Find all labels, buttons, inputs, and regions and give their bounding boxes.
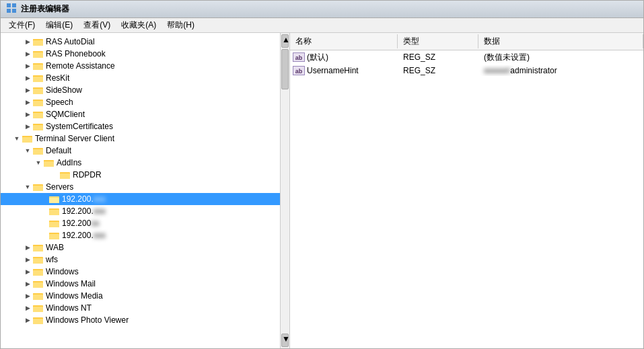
tree-item-windows[interactable]: ▶ Windows bbox=[1, 266, 289, 278]
svg-rect-9 bbox=[33, 52, 43, 58]
expander-icon[interactable]: ▶ bbox=[22, 278, 33, 289]
detail-pane: 名称 类型 数据 ab (默认) REG_SZ (数值未设置) ab Usern… bbox=[290, 33, 643, 348]
tree-item-ras-phonebook[interactable]: ▶ RAS Phonebook bbox=[1, 48, 289, 60]
svg-rect-70 bbox=[33, 295, 43, 300]
scrollbar-up-arrow[interactable]: ▲ bbox=[281, 34, 289, 48]
expander-icon-empty bbox=[38, 194, 49, 204]
tree-item-windows-photo-viewer[interactable]: ▶ Windows Photo Viewer bbox=[1, 314, 289, 326]
tree-item-terminal-server-client[interactable]: ▼ Terminal Server Client bbox=[1, 132, 289, 145]
expander-icon[interactable]: ▼ bbox=[22, 145, 33, 156]
folder-icon bbox=[33, 315, 44, 325]
svg-rect-43 bbox=[33, 186, 43, 191]
detail-row-default[interactable]: ab (默认) REG_SZ (数值未设置) bbox=[290, 50, 643, 64]
svg-rect-15 bbox=[33, 77, 43, 82]
menu-favorites[interactable]: 收藏夹(A) bbox=[116, 18, 162, 32]
tree-item-ip4[interactable]: 192.200.xxx bbox=[1, 229, 289, 241]
detail-name-cell: ab UsernameHint bbox=[290, 65, 398, 76]
svg-rect-6 bbox=[33, 40, 43, 46]
tree-item-speech[interactable]: ▶ Speech bbox=[1, 96, 289, 108]
menu-bar: 文件(F) 编辑(E) 查看(V) 收藏夹(A) 帮助(H) bbox=[1, 18, 643, 33]
tree-item-wfs[interactable]: ▶ wfs bbox=[1, 254, 289, 266]
tree-item-systemcertificates[interactable]: ▶ SystemCertificates bbox=[1, 120, 289, 132]
folder-icon bbox=[33, 182, 44, 192]
tree-label: RDPDR bbox=[73, 170, 102, 180]
expander-icon[interactable]: ▶ bbox=[22, 121, 33, 132]
folder-icon bbox=[33, 61, 44, 71]
tree-item-ip2[interactable]: 192.200.xxx bbox=[1, 205, 289, 217]
expander-icon[interactable]: ▶ bbox=[22, 266, 33, 277]
tree-item-default[interactable]: ▼ Default bbox=[1, 145, 289, 157]
tree-label: 192.200xx bbox=[62, 219, 99, 228]
svg-rect-48 bbox=[49, 208, 53, 210]
svg-rect-18 bbox=[33, 89, 43, 94]
expander-icon[interactable]: ▼ bbox=[22, 182, 33, 192]
expander-icon[interactable]: ▶ bbox=[22, 242, 33, 253]
tree-item-ip3[interactable]: 192.200xx bbox=[1, 217, 289, 229]
svg-rect-37 bbox=[44, 161, 54, 167]
svg-rect-8 bbox=[33, 51, 37, 52]
tree-item-windows-nt[interactable]: ▶ Windows NT bbox=[1, 302, 289, 314]
expander-icon[interactable]: ▼ bbox=[11, 133, 22, 144]
svg-rect-66 bbox=[33, 281, 37, 282]
menu-edit[interactable]: 编辑(E) bbox=[40, 18, 78, 32]
window-icon bbox=[6, 3, 17, 15]
menu-file[interactable]: 文件(F) bbox=[3, 18, 40, 32]
folder-icon bbox=[33, 37, 44, 46]
folder-icon bbox=[33, 122, 44, 131]
scrollbar-down-arrow[interactable]: ▼ bbox=[281, 334, 289, 347]
expander-icon-empty bbox=[38, 218, 49, 229]
menu-help[interactable]: 帮助(H) bbox=[162, 18, 200, 32]
folder-icon bbox=[33, 255, 44, 264]
expander-icon[interactable]: ▶ bbox=[22, 254, 33, 265]
expander-icon[interactable]: ▶ bbox=[22, 303, 33, 313]
tree-item-ip1[interactable]: 192.200.xxx bbox=[1, 193, 289, 205]
expander-icon[interactable]: ▶ bbox=[22, 97, 33, 108]
tree-label: 192.200.xxx bbox=[62, 194, 106, 204]
expander-icon[interactable]: ▶ bbox=[22, 290, 33, 301]
blurred-data: xxxxxx\ bbox=[484, 66, 510, 75]
svg-rect-17 bbox=[33, 87, 37, 89]
svg-rect-73 bbox=[33, 307, 43, 312]
expander-icon[interactable]: ▼ bbox=[33, 157, 44, 168]
svg-rect-58 bbox=[33, 246, 43, 251]
tree-item-reskit[interactable]: ▶ ResKit bbox=[1, 72, 289, 84]
expander-icon[interactable]: ▶ bbox=[22, 85, 33, 95]
col-header-data[interactable]: 数据 bbox=[478, 34, 643, 48]
tree-item-windows-media[interactable]: ▶ Windows Media bbox=[1, 290, 289, 302]
tree-item-windows-mail[interactable]: ▶ Windows Mail bbox=[1, 278, 289, 290]
svg-rect-31 bbox=[23, 138, 32, 143]
tree-item-ras-autodial[interactable]: ▶ RAS AutoDial bbox=[1, 36, 289, 48]
expander-icon[interactable]: ▶ bbox=[22, 109, 33, 120]
folder-icon bbox=[49, 231, 60, 240]
tree-label: Windows NT bbox=[46, 303, 92, 313]
col-header-type[interactable]: 类型 bbox=[398, 34, 478, 48]
svg-rect-61 bbox=[33, 258, 43, 264]
folder-open-icon bbox=[22, 134, 33, 143]
tree-label: WAB bbox=[46, 243, 64, 252]
menu-view[interactable]: 查看(V) bbox=[78, 18, 116, 32]
tree-item-sqmclient[interactable]: ▶ SQMClient bbox=[1, 108, 289, 120]
detail-type-cell: REG_SZ bbox=[398, 52, 478, 63]
detail-data-cell: xxxxxx\administrator bbox=[478, 65, 643, 76]
svg-rect-67 bbox=[33, 282, 43, 288]
tree-item-addins[interactable]: ▼ AddIns bbox=[1, 157, 289, 169]
scrollbar-thumb[interactable] bbox=[281, 49, 289, 89]
expander-icon[interactable]: ▶ bbox=[22, 61, 33, 71]
expander-icon[interactable]: ▶ bbox=[22, 315, 33, 325]
tree-item-servers[interactable]: ▼ Servers bbox=[1, 181, 289, 193]
expander-icon[interactable]: ▶ bbox=[22, 48, 33, 59]
tree-item-wab[interactable]: ▶ WAB bbox=[1, 241, 289, 254]
tree-pane[interactable]: ▶ RAS AutoDial ▶ RAS Phonebook bbox=[1, 33, 290, 348]
tree-item-remote-assistance[interactable]: ▶ Remote Assistance bbox=[1, 60, 289, 72]
tree-label: 192.200.xxx bbox=[62, 206, 106, 216]
expander-icon[interactable]: ▶ bbox=[22, 36, 33, 47]
reg-name: UsernameHint bbox=[307, 66, 359, 75]
title-bar: 注册表编辑器 bbox=[1, 1, 643, 18]
detail-row-usernamehint[interactable]: ab UsernameHint REG_SZ xxxxxx\administra… bbox=[290, 64, 643, 77]
tree-scrollbar[interactable]: ▲ ▼ bbox=[280, 33, 289, 348]
col-header-name[interactable]: 名称 bbox=[290, 34, 398, 48]
expander-icon[interactable]: ▶ bbox=[22, 73, 33, 83]
svg-rect-36 bbox=[44, 160, 48, 161]
tree-item-sideshow[interactable]: ▶ SideShow bbox=[1, 84, 289, 96]
tree-item-rdpdr[interactable]: RDPDR bbox=[1, 169, 289, 181]
